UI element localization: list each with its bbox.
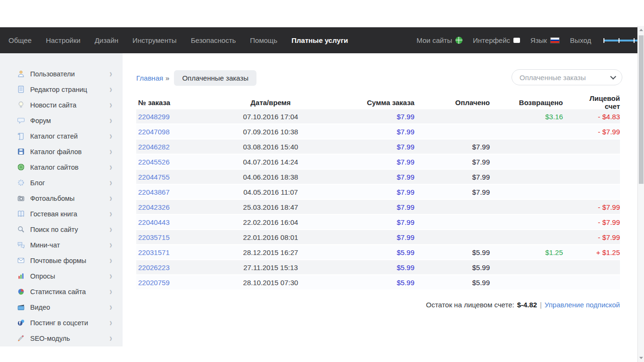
- order-datetime: 07.10.2016 17:04: [212, 113, 330, 121]
- sidebar-item-label: Пользователи: [30, 70, 75, 78]
- order-link[interactable]: 22020759: [138, 279, 170, 287]
- sidebar-item-blog[interactable]: Блог ›: [0, 175, 123, 190]
- chevron-right-icon: ›: [109, 68, 112, 80]
- table-row: 22031571 28.12.2015 16:27 $5.99 $5.99 $1…: [136, 245, 620, 260]
- column-header-account: Лицевой счет: [575, 94, 620, 110]
- balance-label: Остаток на лицевом счете:: [426, 301, 514, 309]
- order-account: + $1.25: [575, 248, 620, 256]
- table-row: 22035715 22.01.2016 08:01 $7.99 - $7.99: [136, 230, 620, 245]
- sidebar-item-label: Каталог статей: [30, 132, 78, 140]
- pie-chart-icon: [17, 288, 25, 296]
- chevron-right-icon: ›: [109, 83, 112, 96]
- order-link[interactable]: 22043867: [138, 188, 170, 196]
- page-editor-icon: [17, 85, 25, 93]
- order-datetime: 04.06.2016 18:38: [212, 173, 330, 181]
- sidebar-item-seo-module[interactable]: SEO-модуль ›: [0, 330, 123, 346]
- sidebar-item-mail-forms[interactable]: Почтовые формы ›: [0, 253, 123, 268]
- nav-item-interface[interactable]: Интерфейс: [473, 36, 520, 44]
- order-sum: $7.99: [330, 128, 429, 136]
- nav-item-settings[interactable]: Настройки: [46, 36, 81, 44]
- sidebar-item-file-catalog[interactable]: Каталог файлов ›: [0, 144, 123, 159]
- sidebar-item-photo-albums[interactable]: Фотоальбомы ›: [0, 190, 123, 206]
- order-link[interactable]: 22048299: [138, 113, 170, 121]
- scroll-icon: [17, 132, 25, 140]
- scroll-up-arrow-icon[interactable]: [639, 29, 643, 31]
- nav-item-security[interactable]: Безопасность: [191, 36, 236, 44]
- order-link[interactable]: 22031571: [138, 248, 170, 256]
- order-link[interactable]: 22040443: [138, 218, 170, 226]
- order-link[interactable]: 22042326: [138, 203, 170, 211]
- balance-value: $-4.82: [517, 301, 537, 309]
- main-content: Главная » Оплаченные заказы Оплаченные з…: [123, 53, 637, 362]
- manage-subscription-link[interactable]: Управление подпиской: [545, 301, 620, 309]
- nav-item-logout[interactable]: Выход: [570, 36, 591, 44]
- order-link[interactable]: 22046282: [138, 143, 170, 151]
- nav-item-language[interactable]: Язык: [530, 36, 560, 44]
- scrollbar-thumb[interactable]: [639, 35, 644, 184]
- chevron-right-icon: ›: [109, 130, 112, 142]
- order-link[interactable]: 22035715: [138, 233, 170, 241]
- order-sum: $7.99: [330, 113, 429, 121]
- order-paid: $7.99: [429, 143, 499, 151]
- sidebar-item-label: Каталог сайтов: [30, 164, 78, 171]
- account-balance-row: Остаток на лицевом счете: $-4.82 | Управ…: [426, 301, 620, 309]
- scroll-down-arrow-icon[interactable]: [639, 357, 643, 359]
- orders-filter-dropdown[interactable]: Оплаченные заказы: [512, 69, 622, 85]
- order-link[interactable]: 22026223: [138, 263, 170, 272]
- table-row: 22046282 03.08.2016 15:40 $7.99 $7.99: [136, 140, 620, 155]
- table-row: 22040443 22.02.2016 16:04 $7.99 - $7.99: [136, 215, 620, 230]
- user-icon: [17, 70, 25, 78]
- order-link[interactable]: 22047098: [138, 128, 170, 136]
- nav-item-design[interactable]: Дизайн: [95, 36, 118, 44]
- order-paid: $5.99: [429, 263, 499, 272]
- sidebar-item-users[interactable]: Пользователи ›: [0, 66, 123, 82]
- vertical-scrollbar[interactable]: [637, 26, 644, 362]
- chevron-right-icon: ›: [109, 146, 112, 158]
- order-link[interactable]: 22044755: [138, 173, 170, 181]
- table-row: 22043867 04.05.2016 11:07 $7.99 $7.99: [136, 185, 620, 200]
- sidebar-item-social-posting[interactable]: Постинг в соцсети ›: [0, 315, 123, 330]
- sidebar-item-site-search[interactable]: Поиск по сайту ›: [0, 222, 123, 237]
- sidebar-item-label: Мини-чат: [30, 241, 60, 249]
- order-datetime: 04.07.2016 14:24: [212, 158, 330, 166]
- sidebar-item-label: Форум: [30, 117, 51, 124]
- order-datetime: 07.09.2016 10:38: [212, 128, 330, 136]
- column-header-datetime: Дата/время: [212, 99, 330, 107]
- chevron-right-icon: ›: [109, 161, 112, 173]
- rocket-icon: [17, 334, 25, 342]
- sidebar-item-mini-chat[interactable]: Мини-чат ›: [0, 237, 123, 253]
- chevron-right-icon: ›: [109, 208, 112, 220]
- nav-item-general[interactable]: Общее: [8, 36, 32, 44]
- nav-item-paid-services[interactable]: Платные услуги: [291, 36, 348, 44]
- order-paid: $7.99: [429, 173, 499, 181]
- chevron-right-icon: ›: [109, 332, 112, 345]
- sidebar-item-label: Опросы: [30, 272, 55, 280]
- sidebar-item-site-news[interactable]: Новости сайта ›: [0, 97, 123, 113]
- nav-item-tools[interactable]: Инструменты: [132, 36, 177, 44]
- sidebar-item-site-catalog[interactable]: Каталог сайтов ›: [0, 159, 123, 175]
- order-returned: $3.16: [499, 113, 575, 121]
- column-header-sum: Сумма заказа: [330, 99, 429, 107]
- russian-flag-icon: [550, 37, 560, 43]
- nav-item-my-sites[interactable]: Мои сайты: [417, 36, 462, 44]
- sidebar-item-guestbook[interactable]: Гостевая книга ›: [0, 206, 123, 222]
- sidebar-item-site-statistics[interactable]: Статистика сайта ›: [0, 284, 123, 299]
- sidebar-item-label: Новости сайта: [30, 101, 76, 109]
- order-account: - $7.99: [575, 128, 620, 136]
- chevron-right-icon: ›: [109, 223, 112, 236]
- order-account: - $4.83: [575, 113, 620, 121]
- order-account: - $7.99: [575, 203, 620, 211]
- nav-item-help[interactable]: Помощь: [250, 36, 277, 44]
- sidebar-item-video[interactable]: Видео ›: [0, 299, 123, 315]
- sidebar-item-label: Каталог файлов: [30, 148, 82, 156]
- sidebar-item-label: Постинг в соцсети: [30, 319, 88, 327]
- breadcrumb-home-link[interactable]: Главная: [136, 74, 163, 82]
- sidebar-item-polls[interactable]: Опросы ›: [0, 268, 123, 284]
- order-sum: $7.99: [330, 233, 429, 241]
- order-link[interactable]: 22045526: [138, 158, 170, 166]
- sidebar-item-forum[interactable]: Форум ›: [0, 113, 123, 128]
- sidebar-item-label: Фотоальбомы: [30, 195, 74, 202]
- sidebar-item-page-editor[interactable]: Редактор страниц ›: [0, 82, 123, 97]
- order-paid: $7.99: [429, 158, 499, 166]
- sidebar-item-article-catalog[interactable]: Каталог статей ›: [0, 128, 123, 144]
